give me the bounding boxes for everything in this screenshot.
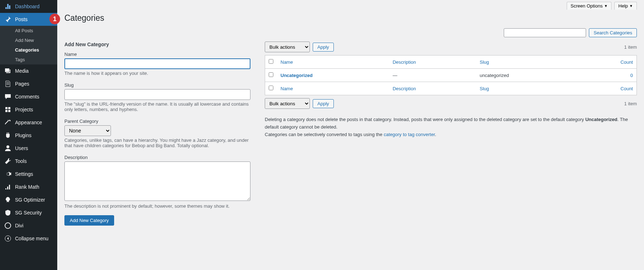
- submenu-tags[interactable]: Tags: [0, 55, 57, 64]
- sidebar-item-comments[interactable]: Comments: [0, 90, 57, 103]
- sidebar-label: Media: [15, 68, 29, 74]
- divi-icon: [4, 222, 11, 229]
- apply-button-bottom[interactable]: Apply: [313, 99, 334, 108]
- submenu-add-new[interactable]: Add New: [0, 35, 57, 45]
- notes: Deleting a category does not delete the …: [265, 116, 637, 138]
- collapse-icon: [4, 235, 11, 242]
- col-name-header[interactable]: Name: [280, 59, 293, 65]
- tools-icon: [4, 158, 11, 165]
- sidebar-item-dashboard[interactable]: Dashboard: [0, 0, 57, 13]
- sidebar-label: SG Optimizer: [15, 197, 45, 203]
- parent-help: Categories, unlike tags, can have a hier…: [64, 138, 250, 148]
- slug-input[interactable]: [64, 89, 250, 100]
- categories-table-area: Bulk actions Apply 1 item Name Descripti…: [265, 42, 637, 226]
- description-textarea[interactable]: [64, 161, 250, 201]
- sidebar-label: Appearance: [15, 120, 42, 125]
- sidebar-label: Divi: [15, 223, 23, 228]
- sidebar-item-divi[interactable]: Divi: [0, 219, 57, 232]
- sidebar-item-media[interactable]: Media: [0, 64, 57, 77]
- appearance-icon: [4, 119, 11, 126]
- badge-1: 1: [49, 14, 60, 24]
- select-all-top[interactable]: [269, 59, 273, 64]
- sidebar-item-plugins[interactable]: Plugins: [0, 129, 57, 142]
- categories-table: Name Description Slug Count Uncategorize…: [265, 55, 637, 95]
- sidebar-item-users[interactable]: Users: [0, 142, 57, 155]
- submenu-categories[interactable]: Categories: [0, 45, 57, 55]
- select-all-bottom[interactable]: [269, 86, 273, 90]
- bulk-actions-select-bottom[interactable]: Bulk actions: [265, 98, 310, 109]
- sidebar-item-tools[interactable]: Tools: [0, 155, 57, 168]
- row-desc: —: [389, 69, 476, 82]
- description-label: Description: [64, 155, 250, 160]
- sidebar-label: Comments: [15, 94, 39, 100]
- col-slug-header[interactable]: Slug: [480, 59, 489, 65]
- sidebar-item-collapse[interactable]: Collapse menu: [0, 232, 57, 245]
- rocket-icon: [4, 196, 11, 203]
- sidebar-item-pages[interactable]: Pages: [0, 77, 57, 90]
- row-count-link[interactable]: 0: [630, 73, 633, 78]
- plugins-icon: [4, 132, 11, 139]
- apply-button-top[interactable]: Apply: [313, 43, 334, 52]
- tag-converter-link[interactable]: category to tag converter: [384, 132, 435, 137]
- row-checkbox[interactable]: [269, 72, 273, 77]
- svg-point-0: [6, 145, 9, 148]
- screen-options-button[interactable]: Screen Options ▼: [567, 2, 612, 10]
- table-row: Uncategorized — uncategorized 0: [265, 69, 637, 82]
- slug-help: The "slug" is the URL-friendly version o…: [64, 101, 250, 112]
- item-count-top: 1 item: [624, 44, 637, 50]
- pin-icon: [4, 16, 11, 23]
- pages-icon: [4, 80, 11, 87]
- form-heading: Add New Category: [64, 42, 250, 47]
- users-icon: [4, 145, 11, 152]
- sidebar-item-projects[interactable]: Projects: [0, 103, 57, 116]
- sidebar-label: Users: [15, 145, 28, 151]
- svg-point-1: [5, 223, 11, 228]
- posts-submenu: All Posts Add New Categories Tags: [0, 26, 57, 64]
- sidebar-item-posts[interactable]: Posts 1: [0, 13, 57, 26]
- search-categories-button[interactable]: Search Categories: [589, 28, 637, 37]
- sidebar-label: Projects: [15, 107, 33, 112]
- sidebar-label: Collapse menu: [15, 236, 48, 241]
- col-name-footer[interactable]: Name: [280, 86, 293, 91]
- add-category-form: Add New Category Name The name is how it…: [64, 42, 250, 226]
- col-desc-footer[interactable]: Description: [392, 86, 416, 91]
- submenu-all-posts[interactable]: All Posts: [0, 26, 57, 35]
- sidebar-item-sg-optimizer[interactable]: SG Optimizer: [0, 193, 57, 206]
- admin-sidebar: Dashboard Posts 1 All Posts Add New Cate…: [0, 0, 57, 270]
- add-category-button[interactable]: Add New Category: [64, 215, 114, 226]
- name-input[interactable]: [64, 58, 250, 69]
- help-button[interactable]: Help ▼: [614, 2, 637, 10]
- sidebar-label: Posts: [15, 16, 28, 22]
- sidebar-item-appearance[interactable]: Appearance: [0, 116, 57, 129]
- col-desc-header[interactable]: Description: [392, 59, 416, 65]
- sidebar-item-sg-security[interactable]: SG Security: [0, 206, 57, 219]
- sidebar-label: Settings: [15, 171, 33, 177]
- name-label: Name: [64, 52, 250, 57]
- main-content: Screen Options ▼ Help ▼ Categories Searc…: [57, 0, 644, 270]
- search-input[interactable]: [504, 28, 586, 37]
- top-bar: Screen Options ▼ Help ▼: [57, 0, 644, 10]
- sidebar-label: Tools: [15, 158, 27, 164]
- col-count-footer[interactable]: Count: [620, 86, 633, 91]
- sidebar-label: Pages: [15, 81, 29, 87]
- bulk-actions-select-top[interactable]: Bulk actions: [265, 42, 310, 52]
- col-count-header[interactable]: Count: [620, 59, 633, 65]
- name-help: The name is how it appears on your site.: [64, 71, 250, 76]
- parent-select[interactable]: None: [64, 125, 111, 136]
- sidebar-item-rank-math[interactable]: Rank Math: [0, 180, 57, 193]
- row-name-link[interactable]: Uncategorized: [280, 73, 313, 78]
- page-title: Categories: [64, 13, 637, 23]
- chevron-down-icon: ▼: [629, 4, 633, 8]
- sidebar-label: Plugins: [15, 132, 31, 138]
- sidebar-label: Rank Math: [15, 184, 39, 190]
- rank-math-icon: [4, 183, 11, 191]
- shield-icon: [4, 209, 11, 216]
- col-slug-footer[interactable]: Slug: [480, 86, 489, 91]
- sidebar-item-settings[interactable]: Settings: [0, 168, 57, 180]
- settings-icon: [4, 170, 11, 178]
- parent-label: Parent Category: [64, 119, 250, 124]
- dashboard-icon: [4, 3, 11, 10]
- comments-icon: [4, 93, 11, 100]
- sidebar-label: SG Security: [15, 210, 42, 216]
- media-icon: [4, 67, 11, 74]
